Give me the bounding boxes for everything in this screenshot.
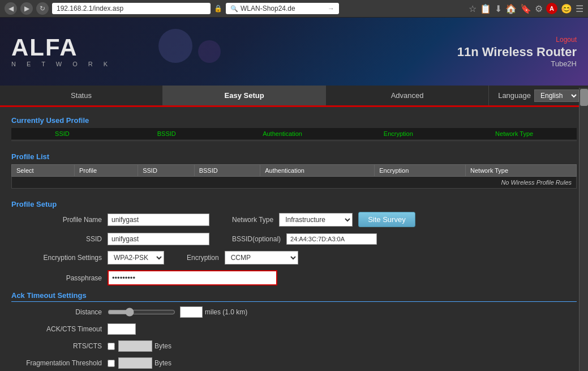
ack-timeout-title: Ack Timeout Settings (11, 291, 577, 302)
passphrase-label: Passphrase (11, 274, 108, 282)
current-col-auth: Authentication (225, 130, 341, 137)
profile-list-section: Profile List Select Profile SSID BSSID A… (11, 152, 577, 189)
encryption-settings-row: Encryption Settings WPA2-PSK WPA-PSK WEP… (11, 251, 577, 265)
forward-nav-button[interactable]: ▶ (20, 2, 33, 15)
col-header-ssid: SSID (138, 165, 194, 177)
nav-language: Language English Chinese (489, 86, 588, 105)
tab-easy-setup[interactable]: Easy Setup (163, 86, 326, 105)
ack-cts-label: ACK/CTS Timeout (11, 325, 108, 333)
encryption-settings-select[interactable]: WPA2-PSK WPA-PSK WEP None (108, 251, 164, 265)
bssid-group: BSSID(optional) (232, 233, 377, 245)
home-icon[interactable]: 🏠 (505, 3, 517, 14)
ssid-input[interactable] (108, 233, 209, 245)
passphrase-input[interactable] (108, 270, 277, 285)
passphrase-row: Passphrase (11, 270, 577, 285)
encryption-settings-label: Encryption Settings (11, 254, 108, 262)
bookmark2-icon[interactable]: 🔖 (520, 3, 531, 14)
profile-name-row: Profile Name Network Type Infrastructure… (11, 212, 577, 227)
search-arrow-icon: → (328, 5, 334, 12)
distance-row: Distance 0.6 miles (1.0 km) (11, 306, 577, 318)
site-survey-button[interactable]: Site Survey (358, 212, 415, 227)
col-header-select: Select (12, 165, 75, 177)
col-header-enc: Encryption (375, 165, 466, 177)
distance-unit: miles (1.0 km) (205, 308, 247, 316)
search-bar-text: WLAN-Shop24.de (241, 5, 295, 12)
main-content: Currently Used Profile SSID BSSID Authen… (0, 107, 588, 371)
current-profile-row: SSID BSSID Authentication Encryption Net… (11, 128, 577, 139)
current-profile-section: Currently Used Profile SSID BSSID Authen… (11, 116, 577, 141)
rts-cts-row: RTS/CTS Bytes (11, 340, 577, 352)
rts-cts-checkbox[interactable] (108, 343, 115, 350)
current-col-ssid: SSID (16, 130, 109, 137)
alfa-logo: ALFA N E T W O R K (11, 36, 112, 67)
current-col-bssid: BSSID (109, 130, 225, 137)
profile-name-input[interactable] (108, 214, 209, 226)
network-type-group: Network Type Infrastructure Ad-Hoc Site … (232, 212, 415, 227)
scrollbar-thumb[interactable] (580, 89, 588, 106)
no-profile-row: No Wireless Profile Rules (12, 177, 577, 189)
col-header-bssid: BSSID (194, 165, 260, 177)
menu-icon[interactable]: ☰ (576, 3, 583, 14)
col-header-auth: Authentication (260, 165, 375, 177)
encryption-value-select[interactable]: CCMP TKIP TKIP+CCMP (225, 251, 298, 265)
ssid-label: SSID (11, 235, 108, 243)
current-col-enc: Encryption (340, 130, 456, 137)
language-label: Language (498, 91, 531, 100)
tab-advanced[interactable]: Advanced (326, 86, 489, 105)
rts-cts-bytes: Bytes (154, 342, 171, 350)
no-profile-message: No Wireless Profile Rules (12, 177, 577, 189)
col-header-profile: Profile (74, 165, 138, 177)
current-profile-title: Currently Used Profile (11, 116, 577, 125)
adblock-icon[interactable]: A (546, 3, 557, 14)
router-device: Tube2H (457, 59, 577, 68)
extension-icon[interactable]: 😊 (561, 3, 572, 14)
current-col-network: Network Type (456, 130, 572, 137)
ssid-row: SSID BSSID(optional) (11, 233, 577, 245)
url-security-icon: 🔒 (214, 5, 222, 12)
logout-link[interactable]: Logout (457, 36, 577, 44)
star-icon[interactable]: ☆ (469, 3, 477, 14)
nav-tabs: Status Easy Setup Advanced Language Engl… (0, 86, 588, 107)
language-select[interactable]: English Chinese (534, 89, 579, 102)
settings-icon[interactable]: ⚙ (535, 3, 543, 14)
distance-label: Distance (11, 308, 108, 316)
url-bar[interactable]: 192.168.2.1/index.asp (52, 3, 211, 14)
router-model: 11n Wireless Router (457, 45, 577, 59)
distance-slider[interactable] (108, 308, 175, 317)
ack-cts-row: ACK/CTS Timeout 41 (11, 323, 577, 335)
profile-list-title: Profile List (11, 152, 577, 161)
network-type-select[interactable]: Infrastructure Ad-Hoc (279, 213, 353, 227)
brand-name: ALFA (11, 36, 78, 59)
bssid-input[interactable] (286, 233, 377, 245)
profile-setup-title: Profile Setup (11, 200, 577, 208)
rts-cts-value-input[interactable] (118, 340, 152, 352)
rts-cts-label: RTS/CTS (11, 342, 108, 350)
profile-list-header-row: Select Profile SSID BSSID Authentication… (12, 165, 577, 177)
tab-status[interactable]: Status (0, 86, 163, 105)
ack-timeout-section: Ack Timeout Settings Distance 0.6 miles … (11, 291, 577, 369)
router-info: Logout 11n Wireless Router Tube2H (457, 36, 577, 68)
back-nav-button[interactable]: ◀ (5, 2, 17, 15)
profile-setup-section: Profile Setup Profile Name Network Type … (11, 200, 577, 285)
frag-value-input[interactable] (118, 357, 152, 369)
download-icon[interactable]: ⬇ (495, 3, 502, 14)
distance-value-input[interactable]: 0.6 (180, 306, 203, 318)
browser-bar: ◀ ▶ ↻ 192.168.2.1/index.asp 🔒 🔍 WLAN-Sho… (0, 0, 588, 18)
network-type-label: Network Type (232, 216, 273, 224)
page-wrapper: ◀ ▶ ↻ 192.168.2.1/index.asp 🔒 🔍 WLAN-Sho… (0, 0, 588, 371)
scrollbar[interactable] (579, 88, 588, 371)
encryption-label: Encryption (187, 254, 219, 262)
router-header: ALFA N E T W O R K Logout 11n Wireless R… (0, 18, 588, 86)
frag-label: Fragmentation Threshold (11, 359, 108, 367)
refresh-nav-button[interactable]: ↻ (36, 2, 49, 15)
brand-sub: N E T W O R K (11, 61, 112, 67)
frag-checkbox[interactable] (108, 360, 115, 367)
bookmark-icon[interactable]: 📋 (480, 3, 491, 14)
frag-bytes: Bytes (154, 359, 171, 367)
col-header-network: Network Type (466, 165, 577, 177)
profile-list-table: Select Profile SSID BSSID Authentication… (11, 164, 577, 189)
ack-cts-input[interactable]: 41 (108, 323, 136, 335)
profile-name-label: Profile Name (11, 216, 108, 224)
search-icon: 🔍 (230, 5, 238, 12)
browser-icons: ☆ 📋 ⬇ 🏠 🔖 ⚙ A 😊 ☰ (469, 3, 583, 14)
